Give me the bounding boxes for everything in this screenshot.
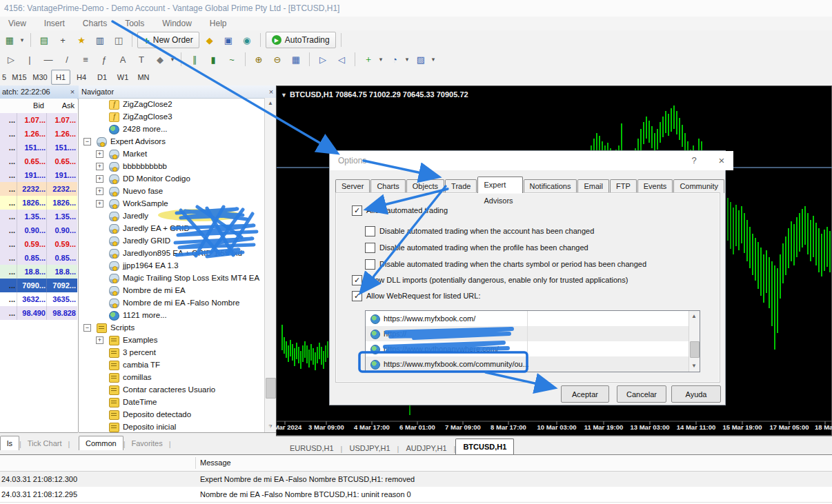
expand-icon[interactable]: + — [96, 163, 103, 170]
timeframe-button-d1[interactable]: D1 — [92, 70, 112, 85]
timeframe-button-m15[interactable]: M15 — [10, 70, 29, 85]
tree-item[interactable]: comillas — [79, 371, 264, 383]
dialog-tab-charts[interactable]: Charts — [370, 179, 405, 193]
chart-shift-icon[interactable]: ◁ — [333, 51, 350, 68]
aceptar-button[interactable]: Aceptar — [561, 385, 609, 403]
scroll-up-icon[interactable]: ▲ — [265, 98, 276, 109]
url-row[interactable]: https://www.myfxbook.com/ — [366, 311, 689, 326]
new-chart-icon[interactable]: ▦ — [1, 32, 18, 48]
candle-chart-icon[interactable]: ▮ — [205, 51, 221, 68]
fibonacci-icon[interactable]: ƒ — [96, 51, 112, 68]
scrollbar-thumb[interactable] — [690, 341, 700, 358]
tree-item[interactable]: +DD Monitor Codigo — [79, 172, 264, 185]
line-chart-icon[interactable]: ~ — [224, 51, 240, 68]
expand-icon[interactable]: + — [96, 150, 103, 158]
text-icon[interactable]: A — [115, 51, 131, 68]
tree-item[interactable]: Jaredly — [79, 210, 264, 222]
chart-tab-usdjpy-h1[interactable]: USDJPY,H1 — [342, 441, 397, 455]
tile-windows-icon[interactable]: ▦ — [288, 51, 304, 68]
market-watch-row[interactable]: ...0.65...0.65... — [0, 154, 77, 168]
bar-chart-icon[interactable]: ∥ — [186, 51, 203, 68]
bid-column-header[interactable]: Bid — [17, 99, 44, 113]
cursor-icon[interactable]: ▷ — [3, 51, 19, 68]
menu-item-help[interactable]: Help — [210, 19, 227, 28]
dialog-tab-ftp[interactable]: FTP — [610, 179, 637, 193]
unchecked-checkbox[interactable] — [365, 243, 375, 253]
chart-tab-btcusd-h1[interactable]: BTCUSD,H1 — [455, 439, 514, 455]
navigator-scrollbar[interactable]: ▲ ▼ — [264, 98, 276, 432]
expand-icon[interactable]: + — [96, 188, 103, 195]
shapes-dropdown-arrow[interactable]: ▾ — [169, 51, 176, 68]
dialog-tab-trade[interactable]: Trade — [445, 179, 477, 193]
chart-dropdown-arrow[interactable]: ▾ — [19, 32, 26, 48]
templates-icon[interactable]: ▨ — [413, 51, 429, 68]
tree-item[interactable]: Deposito inicial — [79, 421, 264, 432]
checked-checkbox[interactable]: ✓ — [352, 205, 362, 216]
dialog-tab-objects[interactable]: Objects — [406, 179, 444, 193]
market-watch-row[interactable]: ...2232...2232... — [0, 182, 77, 196]
menu-item-charts[interactable]: Charts — [83, 19, 107, 28]
tree-item[interactable]: ƒZigZagClose3 — [79, 110, 264, 123]
menu-item-insert[interactable]: Insert — [44, 19, 65, 28]
checked-checkbox[interactable]: ✓ — [352, 291, 362, 301]
market-watch-row[interactable]: ...1.07...1.07... — [0, 113, 77, 127]
scroll-up-icon[interactable]: ▲ — [689, 311, 699, 322]
nav-tab-favorites[interactable]: Favorites — [125, 436, 168, 450]
menu-item-window[interactable]: Window — [162, 19, 192, 28]
url-row[interactable]: https:// — [366, 326, 689, 341]
close-icon[interactable]: × — [266, 87, 276, 97]
message-column-header[interactable]: Message — [200, 455, 231, 471]
help-icon[interactable]: ? — [688, 155, 700, 166]
market-watch-row[interactable]: ...98.49098.828 — [0, 306, 77, 320]
templates-dropdown-arrow[interactable]: ▾ — [430, 51, 437, 68]
shapes-icon[interactable]: ◆ — [152, 51, 168, 68]
navigator-toggle-icon[interactable]: ◫ — [110, 32, 127, 48]
chart-tab-eurusd-h1[interactable]: EURUSD,H1 — [283, 441, 341, 455]
checked-checkbox[interactable]: ✓ — [352, 275, 362, 285]
tree-item[interactable]: Jaredly EA + GRID — [79, 222, 264, 234]
tree-item[interactable]: Nombre de mi EA -Falso Nombre — [79, 296, 264, 309]
periods-dropdown-arrow[interactable]: ▾ — [404, 51, 410, 68]
tree-item[interactable]: Contar caracteres Usuario — [79, 383, 264, 396]
timeframe-button-h1[interactable]: H1 — [51, 70, 70, 85]
scrollbar-thumb[interactable] — [266, 378, 276, 399]
indicators-add-icon[interactable]: ＋ — [360, 51, 377, 68]
crosshair-icon[interactable]: + — [55, 32, 71, 48]
zoom-in-icon[interactable]: ⊕ — [250, 51, 267, 68]
new-order-button[interactable]: +New Order — [137, 32, 199, 48]
tree-item[interactable]: Deposito detectado — [79, 408, 264, 421]
tree-item[interactable]: jjpp1964 EA 1.3 — [79, 259, 264, 272]
timeframe-button-mn[interactable]: MN — [134, 70, 153, 85]
ask-column-header[interactable]: Ask — [47, 99, 75, 113]
timeframe-button-h4[interactable]: H4 — [72, 70, 91, 85]
timeframe-button-partial[interactable]: 5 — [0, 70, 8, 85]
unchecked-checkbox[interactable] — [365, 226, 375, 236]
tree-item[interactable]: ƒZigZagClose2 — [79, 98, 264, 110]
market-watch-row[interactable]: ...191....191.... — [0, 168, 77, 182]
dialog-tab-email[interactable]: Email — [577, 179, 609, 193]
dialog-tab-expert-advisors[interactable]: Expert Advisors — [477, 177, 522, 193]
market-watch-row[interactable]: ...3632...3635... — [0, 292, 77, 306]
timeframe-button-m30[interactable]: M30 — [30, 70, 50, 85]
cancelar-button[interactable]: Cancelar — [617, 385, 666, 403]
collapse-icon[interactable]: − — [83, 138, 91, 145]
mw-tab-tick-chart[interactable]: Tick Chart — [21, 436, 68, 450]
data-window-icon[interactable]: ▥ — [92, 32, 108, 48]
dialog-tab-events[interactable]: Events — [637, 179, 673, 193]
close-icon[interactable]: × — [68, 87, 77, 97]
terminal-icon[interactable]: ▣ — [220, 32, 237, 48]
mw-tab-ls[interactable]: ls — [0, 436, 19, 450]
dialog-tab-server[interactable]: Server — [335, 179, 370, 193]
url-row[interactable]: https://www.myfxbook.com/community/ou... — [366, 356, 689, 372]
tree-item[interactable]: −Expert Advisors — [79, 135, 264, 148]
market-watch-row[interactable]: ...0.90...0.90... — [0, 223, 77, 237]
menu-item-tools[interactable]: Tools — [125, 19, 144, 28]
auto-scroll-icon[interactable]: ▷ — [315, 51, 331, 68]
tree-item[interactable]: +bbbbbbbbbb — [79, 160, 264, 172]
periods-clock-icon[interactable]: ◔ — [386, 51, 403, 68]
timeframe-button-w1[interactable]: W1 — [113, 70, 132, 85]
dialog-tab-community[interactable]: Community — [673, 179, 724, 193]
expand-icon[interactable]: + — [96, 175, 103, 183]
tree-item[interactable]: 1121 more... — [79, 309, 264, 321]
market-watch-row[interactable]: ...151....151.... — [0, 141, 77, 154]
